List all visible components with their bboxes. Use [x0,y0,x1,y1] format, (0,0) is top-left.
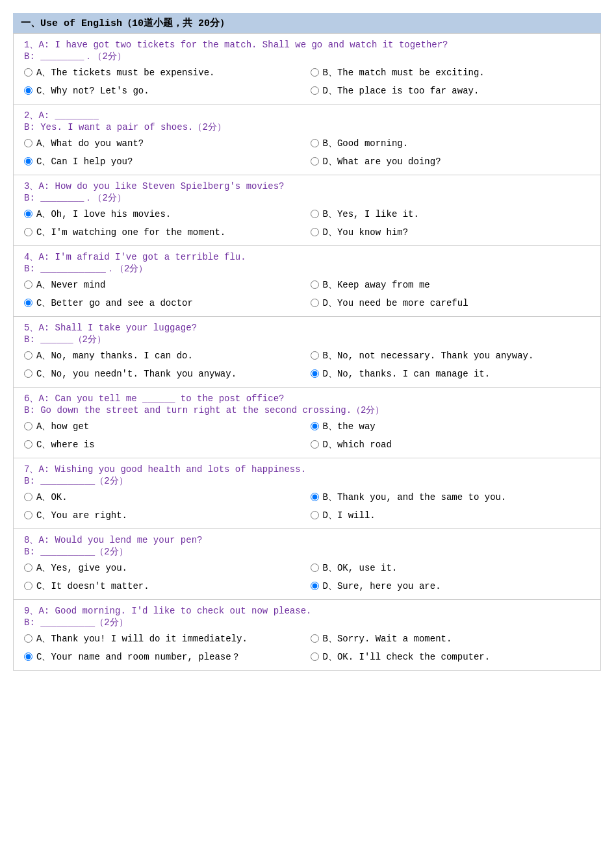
radio-2-A[interactable] [24,139,32,147]
radio-2-B[interactable] [311,139,319,147]
radio-6-A[interactable] [24,422,32,430]
option-8-B[interactable]: B、OK, use it. [311,560,591,576]
option-2-D[interactable]: D、What are you doing? [311,154,591,169]
option-9-C[interactable]: C、Your name and room number, please？ [24,649,304,665]
radio-7-D[interactable] [311,511,319,519]
radio-7-B[interactable] [311,493,319,501]
radio-9-A[interactable] [24,634,32,643]
option-label-9-B: B、Sorry. Wait a moment. [323,633,452,645]
question-stem-6: 6、A: Can you tell me ______ to the post … [24,393,590,416]
radio-1-B[interactable] [311,68,319,77]
radio-9-C[interactable] [24,652,32,661]
option-6-A[interactable]: A、how get [24,419,304,434]
radio-5-C[interactable] [24,369,32,378]
option-label-8-B: B、OK, use it. [323,562,398,574]
question-block-9: 9、A: Good morning. I'd like to check out… [13,599,601,671]
option-1-C[interactable]: C、Why not? Let's go. [24,83,304,99]
option-6-B[interactable]: B、the way [311,419,591,434]
radio-4-D[interactable] [311,299,319,307]
option-3-A[interactable]: A、Oh, I love his movies. [24,206,304,222]
option-4-D[interactable]: D、You need be more careful [311,295,591,311]
option-2-A[interactable]: A、What do you want? [24,136,304,151]
option-2-B[interactable]: B、Good morning. [311,136,591,151]
radio-1-A[interactable] [24,68,32,77]
option-1-D[interactable]: D、The place is too far away. [311,83,591,99]
option-7-A[interactable]: A、OK. [24,490,304,505]
radio-6-B[interactable] [311,422,319,430]
question-block-3: 3、A: How do you like Steven Spielberg's … [13,175,601,245]
option-7-D[interactable]: D、I will. [311,508,591,523]
question-stem-1: 1、A: I have got two tickets for the matc… [24,39,590,62]
option-3-D[interactable]: D、You know him? [311,225,591,240]
option-1-A[interactable]: A、The tickets must be expensive. [24,65,304,81]
option-6-C[interactable]: C、where is [24,437,304,453]
option-9-B[interactable]: B、Sorry. Wait a moment. [311,631,591,647]
option-9-A[interactable]: A、Thank you! I will do it immediately. [24,631,304,647]
option-label-3-A: A、Oh, I love his movies. [36,208,171,220]
option-4-B[interactable]: B、Keep away from me [311,277,591,293]
option-label-1-A: A、The tickets must be expensive. [36,67,214,79]
option-7-C[interactable]: C、You are right. [24,508,304,523]
radio-8-A[interactable] [24,564,32,572]
radio-5-B[interactable] [311,351,319,360]
option-4-A[interactable]: A、Never mind [24,277,304,293]
option-label-2-B: B、Good morning. [323,138,409,149]
radio-1-D[interactable] [311,86,319,95]
option-2-C[interactable]: C、Can I help you? [24,154,304,169]
radio-5-D[interactable] [311,369,319,378]
options-grid-8: A、Yes, give you.B、OK, use it.C、It doesn'… [24,560,590,594]
radio-3-C[interactable] [24,228,32,236]
option-7-B[interactable]: B、Thank you, and the same to you. [311,490,591,505]
option-8-D[interactable]: D、Sure, here you are. [311,578,591,594]
radio-2-D[interactable] [311,157,319,166]
radio-7-C[interactable] [24,511,32,519]
radio-3-B[interactable] [311,210,319,218]
option-label-6-A: A、how get [36,421,89,432]
question-block-7: 7、A: Wishing you good health and lots of… [13,458,601,528]
option-5-A[interactable]: A、No, many thanks. I can do. [24,348,304,364]
radio-6-D[interactable] [311,440,319,449]
option-4-C[interactable]: C、Better go and see a doctor [24,295,304,311]
question-block-1: 1、A: I have got two tickets for the matc… [13,33,601,104]
radio-5-A[interactable] [24,351,32,360]
option-6-D[interactable]: D、which road [311,437,591,453]
radio-1-C[interactable] [24,86,32,95]
radio-4-B[interactable] [311,280,319,289]
option-label-1-B: B、The match must be exciting. [323,67,485,79]
option-1-B[interactable]: B、The match must be exciting. [311,65,591,81]
option-label-7-D: D、I will. [323,510,376,521]
option-5-B[interactable]: B、No, not necessary. Thank you anyway. [311,348,591,364]
option-label-6-D: D、which road [323,439,392,451]
radio-2-C[interactable] [24,157,32,166]
radio-6-C[interactable] [24,440,32,449]
option-9-D[interactable]: D、OK. I'll check the computer. [311,649,591,665]
option-5-C[interactable]: C、No, you needn't. Thank you anyway. [24,366,304,382]
option-5-D[interactable]: D、No, thanks. I can manage it. [311,366,591,382]
options-grid-1: A、The tickets must be expensive.B、The ma… [24,65,590,99]
option-label-7-B: B、Thank you, and the same to you. [323,491,507,503]
radio-9-D[interactable] [311,652,319,661]
option-8-A[interactable]: A、Yes, give you. [24,560,304,576]
radio-8-D[interactable] [311,582,319,590]
option-label-9-D: D、OK. I'll check the computer. [323,651,491,663]
radio-4-A[interactable] [24,280,32,289]
option-label-8-C: C、It doesn't matter. [36,580,149,592]
radio-3-D[interactable] [311,228,319,236]
option-3-B[interactable]: B、Yes, I like it. [311,206,591,222]
radio-8-C[interactable] [24,582,32,590]
radio-8-B[interactable] [311,564,319,572]
radio-9-B[interactable] [311,634,319,643]
option-label-8-A: A、Yes, give you. [36,562,127,574]
option-label-1-C: C、Why not? Let's go. [36,85,149,97]
radio-7-A[interactable] [24,493,32,501]
radio-4-C[interactable] [24,299,32,307]
option-label-9-C: C、Your name and room number, please？ [36,651,240,663]
option-8-C[interactable]: C、It doesn't matter. [24,578,304,594]
option-3-C[interactable]: C、I'm watching one for the moment. [24,225,304,240]
options-grid-7: A、OK.B、Thank you, and the same to you.C、… [24,490,590,523]
radio-3-A[interactable] [24,210,32,218]
question-block-2: 2、A: ________B: Yes. I want a pair of sh… [13,104,601,175]
option-label-7-A: A、OK. [36,491,68,503]
option-label-6-B: B、the way [323,421,376,432]
question-stem-8: 8、A: Would you lend me your pen?B: _____… [24,534,590,558]
